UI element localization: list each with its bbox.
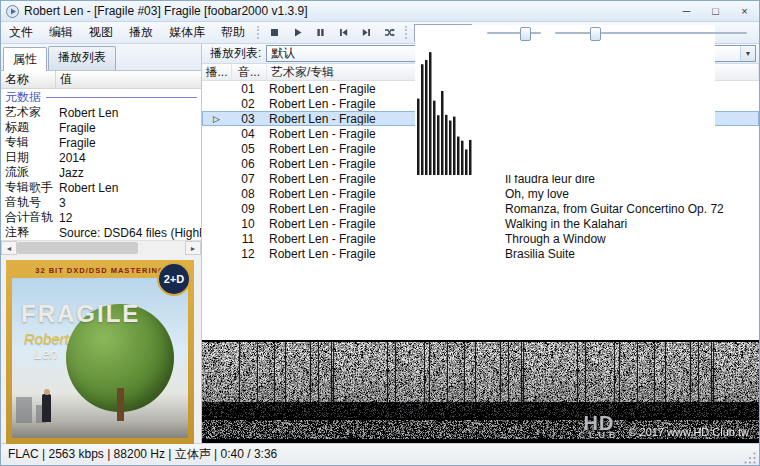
spectrogram-panel[interactable]: HD CLUB © 2017 www.HD.Club.tw — [202, 340, 759, 443]
menu-file[interactable]: 文件 — [1, 21, 41, 44]
scroll-left-arrow-icon[interactable]: ◄ — [1, 241, 17, 255]
track-title: Through a Window — [501, 231, 759, 246]
track-number: 03 — [231, 111, 265, 126]
prop-value: 3 — [55, 196, 201, 210]
play-button[interactable] — [286, 23, 309, 43]
track-number: 04 — [231, 126, 265, 141]
menu-help[interactable]: 帮助 — [213, 21, 253, 44]
artist-album: Robert Len - Fragile — [265, 201, 501, 216]
man-figure-graphic — [42, 394, 51, 422]
menu-edit[interactable]: 编辑 — [41, 21, 81, 44]
spectrum-visualizer[interactable] — [414, 24, 472, 42]
playing-indicator: ▷ — [202, 111, 231, 126]
ground-graphic — [12, 421, 188, 438]
tab-playlist[interactable]: 播放列表 — [48, 46, 116, 70]
playing-indicator — [202, 186, 231, 201]
track-title: Brasilia Suite — [501, 246, 759, 261]
prop-value: Fragile — [55, 136, 201, 150]
prop-row[interactable]: 专辑Fragile — [1, 135, 201, 150]
seek-thumb[interactable] — [590, 27, 601, 41]
column-header-track[interactable]: 音... — [232, 64, 267, 80]
maximize-button[interactable]: □ — [701, 1, 730, 21]
album-art: 32 BIT DXD/DSD MASTERING 2+D FRAGILE Rob… — [6, 260, 194, 444]
track-number: 06 — [231, 156, 265, 171]
prop-row[interactable]: 日期2014 — [1, 150, 201, 165]
menu-toolbar-row: 文件 编辑 视图 播放 媒体库 帮助 — [1, 22, 759, 44]
prop-row[interactable]: 标题Fragile — [1, 120, 201, 135]
window-controls: ─ □ × — [672, 1, 759, 21]
artist-album: Robert Len - Fragile — [265, 246, 501, 261]
prop-row[interactable]: 合计音轨12 — [1, 210, 201, 225]
app-icon — [6, 5, 19, 18]
playing-indicator — [202, 126, 231, 141]
album-art-photo: FRAGILE Robert Len — [12, 278, 188, 438]
track-number: 07 — [231, 171, 265, 186]
column-header-playing[interactable]: 播... — [202, 64, 232, 80]
prop-row[interactable]: 音轨号3 — [1, 195, 201, 210]
playlist-dropdown-value: 默认 — [271, 45, 295, 62]
status-text: FLAC | 2563 kbps | 88200 Hz | 立体声 | 0:40… — [8, 446, 277, 463]
track-number: 01 — [231, 81, 265, 96]
prop-value-header[interactable]: 值 — [56, 71, 201, 88]
prop-value: Robert Len — [55, 106, 201, 120]
track-number: 02 — [231, 96, 265, 111]
horizontal-scrollbar: ◄ ► — [1, 240, 201, 255]
playing-indicator — [202, 201, 231, 216]
resize-grip[interactable] — [744, 452, 757, 465]
playlist-row[interactable]: 12Robert Len - FragileBrasilia Suite — [202, 246, 759, 261]
prop-row[interactable]: 艺术家Robert Len — [1, 105, 201, 120]
prop-section-metadata: 元数据 — [1, 89, 201, 105]
toolbar-grip[interactable] — [405, 26, 407, 39]
album-art-title: FRAGILE — [21, 300, 140, 328]
building-graphic — [16, 397, 32, 423]
prop-row[interactable]: 流派Jazz — [1, 165, 201, 180]
playlist-row[interactable]: 09Robert Len - FragileRomanza, from Guit… — [202, 201, 759, 216]
status-bar: FLAC | 2563 kbps | 88200 Hz | 立体声 | 0:40… — [1, 443, 759, 465]
album-art-artist: Len — [34, 346, 57, 362]
playlist-row[interactable]: 11Robert Len - FragileThrough a Window — [202, 231, 759, 246]
track-number: 05 — [231, 141, 265, 156]
scroll-right-arrow-icon[interactable]: ► — [185, 241, 201, 255]
seek-track — [555, 32, 747, 34]
random-button[interactable] — [378, 23, 401, 43]
toolbar-grip[interactable] — [257, 26, 259, 39]
playlist-row[interactable]: 08Robert Len - FragileOh, my love — [202, 186, 759, 201]
tree-trunk-graphic — [117, 388, 124, 422]
minimize-button[interactable]: ─ — [672, 1, 701, 21]
playing-indicator — [202, 96, 231, 111]
playing-indicator — [202, 246, 231, 261]
prop-name-header[interactable]: 名称 — [1, 71, 56, 88]
track-number: 08 — [231, 186, 265, 201]
menu-library[interactable]: 媒体库 — [161, 21, 213, 44]
playlist-selector-label: 播放列表: — [205, 45, 266, 62]
prop-row[interactable]: 注释Source: DSD64 files (HighResAudio) — [1, 225, 201, 240]
chevron-down-icon[interactable]: ▼ — [740, 46, 755, 61]
prop-row[interactable]: 专辑歌手Robert Len — [1, 180, 201, 195]
menu-playback[interactable]: 播放 — [121, 21, 161, 44]
properties-header: 名称 值 — [1, 71, 201, 89]
seek-slider[interactable] — [553, 24, 749, 42]
title-bar[interactable]: Robert Len - [Fragile #03] Fragile [foob… — [1, 1, 759, 22]
prop-value: Robert Len — [55, 181, 201, 195]
stop-button[interactable] — [263, 23, 286, 43]
volume-slider[interactable] — [485, 24, 543, 42]
playing-indicator — [202, 141, 231, 156]
menu-view[interactable]: 视图 — [81, 21, 121, 44]
tab-properties[interactable]: 属性 — [3, 47, 47, 71]
next-button[interactable] — [355, 23, 378, 43]
properties-grid: 名称 值 元数据 艺术家Robert Len 标题Fragile 专辑Fragi… — [1, 70, 201, 255]
volume-thumb[interactable] — [520, 27, 531, 41]
track-title: Walking in the Kalahari — [501, 216, 759, 231]
scrollbar-track[interactable] — [17, 241, 185, 255]
playlist-row[interactable]: 10Robert Len - FragileWalking in the Kal… — [202, 216, 759, 231]
scrollbar-thumb[interactable] — [17, 242, 138, 254]
spectrum-canvas — [415, 25, 715, 175]
prop-value: Fragile — [55, 121, 201, 135]
playing-indicator — [202, 81, 231, 96]
track-title: Oh, my love — [501, 186, 759, 201]
previous-button[interactable] — [332, 23, 355, 43]
close-button[interactable]: × — [730, 1, 759, 21]
left-tabs: 属性 播放列表 — [1, 44, 201, 70]
pause-button[interactable] — [309, 23, 332, 43]
artist-album: Robert Len - Fragile — [265, 186, 501, 201]
